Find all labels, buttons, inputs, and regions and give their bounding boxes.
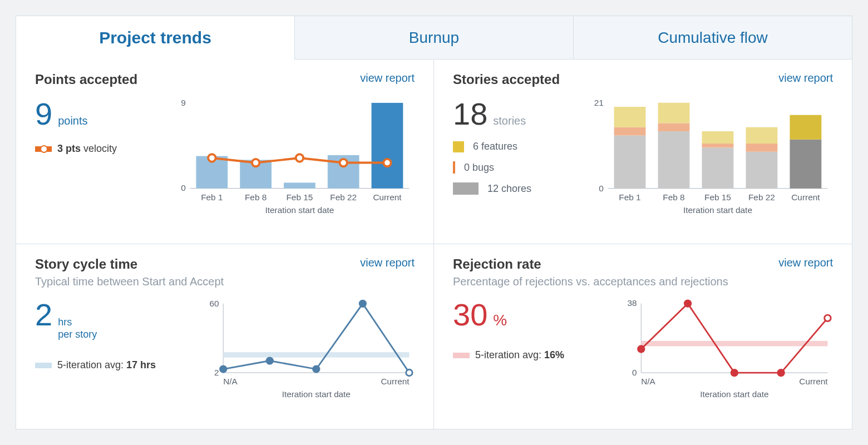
card-rejection-rate: Rejection rate Percentage of rejections … xyxy=(434,244,852,429)
svg-text:38: 38 xyxy=(628,298,637,308)
avg-row: 5-iteration avg: 17 hrs xyxy=(35,359,202,371)
avg-label: 5-iteration avg: xyxy=(475,349,544,360)
chart-points-accepted: 09Feb 1Feb 8Feb 15Feb 22CurrentIteration… xyxy=(169,95,415,217)
svg-rect-26 xyxy=(658,131,690,189)
tab-project-trends[interactable]: Project trends xyxy=(16,16,295,60)
bugs-label: 0 bugs xyxy=(464,162,494,174)
svg-point-65 xyxy=(825,315,831,321)
velocity-swatch-icon xyxy=(35,146,52,152)
view-report-link[interactable]: view report xyxy=(778,256,833,269)
svg-text:Iteration start date: Iteration start date xyxy=(700,389,768,399)
view-report-link[interactable]: view report xyxy=(778,72,833,85)
view-report-link[interactable]: view report xyxy=(360,72,415,85)
stats-col: 2 hrs per story 5-iteration avg: 17 hrs xyxy=(35,296,202,402)
tab-cumulative-flow[interactable]: Cumulative flow xyxy=(574,16,852,60)
svg-text:Current: Current xyxy=(373,192,402,202)
svg-text:Feb 15: Feb 15 xyxy=(286,192,313,202)
card-title: Rejection rate xyxy=(453,256,728,272)
velocity-row: 3 pts velocity xyxy=(35,143,169,155)
svg-rect-24 xyxy=(614,107,646,127)
avg-value: 17 hrs xyxy=(126,359,156,370)
svg-rect-11 xyxy=(372,103,403,189)
svg-text:Feb 1: Feb 1 xyxy=(619,192,640,202)
svg-point-16 xyxy=(296,154,303,161)
chart-rejection: 038N/ACurrentIteration start date xyxy=(620,296,833,402)
rejection-unit: % xyxy=(493,312,507,329)
card-title: Story cycle time xyxy=(35,256,224,272)
card-subtitle: Typical time between Start and Accept xyxy=(35,275,224,288)
svg-text:Current: Current xyxy=(791,192,820,202)
stats-col: 30 % 5-iteration avg: 16% xyxy=(453,296,620,402)
svg-text:Current: Current xyxy=(381,377,410,386)
svg-point-17 xyxy=(339,159,347,166)
svg-point-63 xyxy=(731,369,737,375)
velocity-value: 3 pts xyxy=(57,143,81,154)
dashboard-grid: Points accepted view report 9 points 3 p… xyxy=(16,60,852,429)
chores-label: 12 chores xyxy=(487,183,531,195)
cycle-unit1: hrs xyxy=(58,317,97,329)
cycle-unit2: per story xyxy=(58,329,97,341)
view-report-link[interactable]: view report xyxy=(360,256,415,269)
points-value: 9 xyxy=(35,98,52,130)
svg-rect-22 xyxy=(614,135,646,188)
analytics-panel: Project trends Burnup Cumulative flow Po… xyxy=(16,16,852,429)
svg-point-50 xyxy=(313,366,319,372)
svg-text:Feb 8: Feb 8 xyxy=(663,192,684,202)
svg-point-62 xyxy=(684,300,691,306)
svg-rect-31 xyxy=(702,144,734,147)
svg-point-61 xyxy=(638,346,644,352)
chart-stories-accepted: 021Feb 1Feb 8Feb 15Feb 22CurrentIteratio… xyxy=(586,95,833,217)
svg-text:Feb 22: Feb 22 xyxy=(330,192,357,202)
stories-value: 18 xyxy=(453,98,487,130)
stats-col: 18 stories 6 features 0 bugs xyxy=(453,95,586,217)
svg-text:Current: Current xyxy=(799,377,828,386)
bug-swatch-icon xyxy=(453,161,455,174)
svg-rect-28 xyxy=(658,103,690,123)
svg-point-15 xyxy=(252,159,259,166)
svg-text:Feb 15: Feb 15 xyxy=(704,192,731,202)
svg-rect-40 xyxy=(790,115,821,140)
cycle-value: 2 xyxy=(35,299,52,330)
svg-text:Iteration start date: Iteration start date xyxy=(683,205,752,215)
points-unit: points xyxy=(58,115,87,127)
svg-text:0: 0 xyxy=(632,368,637,377)
card-points-accepted: Points accepted view report 9 points 3 p… xyxy=(16,60,434,244)
stats-col: 9 points 3 pts velocity xyxy=(35,95,169,217)
svg-point-64 xyxy=(778,369,784,375)
card-stories-accepted: Stories accepted view report 18 stories … xyxy=(434,60,852,244)
svg-text:0: 0 xyxy=(181,183,186,192)
feature-swatch-icon xyxy=(453,141,464,152)
chore-swatch-icon xyxy=(453,182,479,195)
avg-swatch-icon xyxy=(35,363,52,368)
svg-point-48 xyxy=(220,366,226,372)
svg-text:Iteration start date: Iteration start date xyxy=(282,389,351,399)
svg-text:Feb 8: Feb 8 xyxy=(245,192,267,202)
card-title: Points accepted xyxy=(35,72,137,87)
svg-text:60: 60 xyxy=(210,299,219,308)
svg-text:N/A: N/A xyxy=(223,377,238,386)
svg-point-14 xyxy=(208,154,215,161)
svg-rect-38 xyxy=(790,140,821,189)
svg-text:21: 21 xyxy=(594,98,604,107)
chart-cycle-time: 260N/ACurrentIteration start date xyxy=(202,296,415,402)
svg-point-18 xyxy=(383,159,391,166)
svg-rect-34 xyxy=(746,152,777,189)
svg-text:9: 9 xyxy=(181,98,186,107)
svg-rect-30 xyxy=(702,147,734,188)
svg-point-51 xyxy=(359,300,366,306)
card-cycle-time: Story cycle time Typical time between St… xyxy=(16,244,434,429)
svg-rect-35 xyxy=(746,144,777,152)
svg-text:Feb 22: Feb 22 xyxy=(748,192,775,202)
tab-burnup[interactable]: Burnup xyxy=(295,16,574,60)
svg-rect-27 xyxy=(658,123,690,131)
avg-row: 5-iteration avg: 16% xyxy=(453,349,620,361)
svg-text:2: 2 xyxy=(214,368,219,377)
stories-unit: stories xyxy=(493,115,526,127)
svg-rect-23 xyxy=(614,127,646,136)
tabs: Project trends Burnup Cumulative flow xyxy=(16,16,852,60)
svg-text:Iteration start date: Iteration start date xyxy=(265,205,334,215)
svg-rect-32 xyxy=(702,131,734,144)
svg-rect-7 xyxy=(284,182,315,188)
svg-text:N/A: N/A xyxy=(641,377,655,386)
rejection-value: 30 xyxy=(453,299,487,330)
